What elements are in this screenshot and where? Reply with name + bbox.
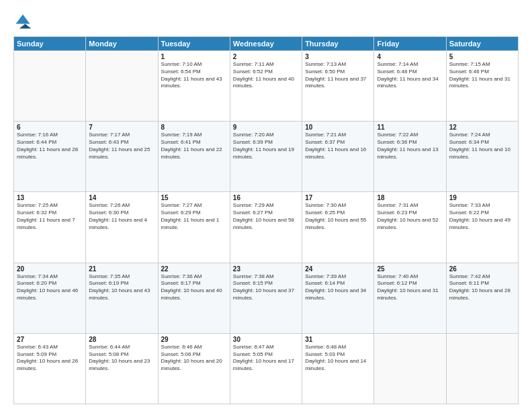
day-info: Sunrise: 7:24 AM Sunset: 6:34 PM Dayligh… xyxy=(449,132,515,161)
day-cell: 29Sunrise: 6:46 AM Sunset: 5:06 PM Dayli… xyxy=(158,333,230,404)
calendar-header: SundayMondayTuesdayWednesdayThursdayFrid… xyxy=(14,37,519,51)
day-number: 23 xyxy=(233,265,299,273)
week-row-0: 1Sunrise: 7:10 AM Sunset: 6:54 PM Daylig… xyxy=(14,51,519,122)
day-number: 30 xyxy=(233,336,299,343)
weekday-monday: Monday xyxy=(86,37,158,51)
day-info: Sunrise: 7:20 AM Sunset: 6:39 PM Dayligh… xyxy=(233,132,299,161)
day-cell: 11Sunrise: 7:22 AM Sunset: 6:36 PM Dayli… xyxy=(374,122,446,192)
day-number: 25 xyxy=(377,265,443,273)
day-number: 22 xyxy=(161,265,227,273)
day-info: Sunrise: 6:43 AM Sunset: 5:09 PM Dayligh… xyxy=(17,344,83,373)
day-cell: 6Sunrise: 7:16 AM Sunset: 6:44 PM Daylig… xyxy=(14,122,86,192)
day-info: Sunrise: 7:19 AM Sunset: 6:41 PM Dayligh… xyxy=(161,132,227,161)
day-cell: 14Sunrise: 7:26 AM Sunset: 6:30 PM Dayli… xyxy=(86,192,158,263)
day-cell: 3Sunrise: 7:13 AM Sunset: 6:50 PM Daylig… xyxy=(302,51,374,122)
day-number: 27 xyxy=(17,336,83,343)
day-cell: 27Sunrise: 6:43 AM Sunset: 5:09 PM Dayli… xyxy=(14,333,86,404)
day-cell: 7Sunrise: 7:17 AM Sunset: 6:43 PM Daylig… xyxy=(86,122,158,192)
day-cell: 25Sunrise: 7:40 AM Sunset: 6:12 PM Dayli… xyxy=(374,263,446,333)
day-info: Sunrise: 7:22 AM Sunset: 6:36 PM Dayligh… xyxy=(377,132,443,161)
week-row-2: 13Sunrise: 7:25 AM Sunset: 6:32 PM Dayli… xyxy=(14,192,519,263)
day-cell: 13Sunrise: 7:25 AM Sunset: 6:32 PM Dayli… xyxy=(14,192,86,263)
day-info: Sunrise: 6:47 AM Sunset: 5:05 PM Dayligh… xyxy=(233,344,299,373)
week-row-3: 20Sunrise: 7:34 AM Sunset: 6:20 PM Dayli… xyxy=(14,263,519,333)
day-info: Sunrise: 7:11 AM Sunset: 6:52 PM Dayligh… xyxy=(233,61,299,90)
day-info: Sunrise: 7:42 AM Sunset: 6:11 PM Dayligh… xyxy=(449,273,515,302)
logo-icon xyxy=(13,12,32,31)
day-cell: 2Sunrise: 7:11 AM Sunset: 6:52 PM Daylig… xyxy=(230,51,302,122)
day-number: 24 xyxy=(305,265,371,273)
day-info: Sunrise: 7:26 AM Sunset: 6:30 PM Dayligh… xyxy=(89,202,154,231)
day-cell: 4Sunrise: 7:14 AM Sunset: 6:48 PM Daylig… xyxy=(374,51,446,122)
day-number: 19 xyxy=(449,194,515,201)
day-number: 17 xyxy=(305,194,371,201)
day-cell: 22Sunrise: 7:36 AM Sunset: 6:17 PM Dayli… xyxy=(158,263,230,333)
day-cell: 16Sunrise: 7:29 AM Sunset: 6:27 PM Dayli… xyxy=(230,192,302,263)
day-number: 26 xyxy=(449,265,515,273)
day-info: Sunrise: 7:40 AM Sunset: 6:12 PM Dayligh… xyxy=(377,273,443,302)
day-number: 16 xyxy=(233,194,299,201)
day-number: 5 xyxy=(449,53,515,60)
day-cell: 28Sunrise: 6:44 AM Sunset: 5:08 PM Dayli… xyxy=(86,333,158,404)
day-number: 2 xyxy=(233,53,299,60)
day-info: Sunrise: 7:27 AM Sunset: 6:29 PM Dayligh… xyxy=(161,202,227,231)
day-info: Sunrise: 7:15 AM Sunset: 6:46 PM Dayligh… xyxy=(449,61,515,90)
day-cell: 21Sunrise: 7:35 AM Sunset: 6:19 PM Dayli… xyxy=(86,263,158,333)
day-number: 21 xyxy=(89,265,154,273)
day-number: 15 xyxy=(161,194,227,201)
day-cell xyxy=(14,51,86,122)
day-info: Sunrise: 7:33 AM Sunset: 6:22 PM Dayligh… xyxy=(449,202,515,231)
day-cell xyxy=(374,333,446,404)
day-info: Sunrise: 7:36 AM Sunset: 6:17 PM Dayligh… xyxy=(161,273,227,302)
day-number: 11 xyxy=(377,124,443,131)
day-info: Sunrise: 7:17 AM Sunset: 6:43 PM Dayligh… xyxy=(89,132,154,161)
day-number: 31 xyxy=(305,336,371,343)
day-cell: 1Sunrise: 7:10 AM Sunset: 6:54 PM Daylig… xyxy=(158,51,230,122)
day-number: 9 xyxy=(233,124,299,131)
svg-marker-0 xyxy=(16,15,30,24)
day-number: 20 xyxy=(17,265,83,273)
week-row-4: 27Sunrise: 6:43 AM Sunset: 5:09 PM Dayli… xyxy=(14,333,519,404)
day-info: Sunrise: 7:34 AM Sunset: 6:20 PM Dayligh… xyxy=(17,273,83,302)
day-cell: 17Sunrise: 7:30 AM Sunset: 6:25 PM Dayli… xyxy=(302,192,374,263)
day-cell: 24Sunrise: 7:39 AM Sunset: 6:14 PM Dayli… xyxy=(302,263,374,333)
weekday-sunday: Sunday xyxy=(14,37,86,51)
day-cell: 12Sunrise: 7:24 AM Sunset: 6:34 PM Dayli… xyxy=(446,122,518,192)
day-number: 13 xyxy=(17,194,83,201)
weekday-row: SundayMondayTuesdayWednesdayThursdayFrid… xyxy=(14,37,519,51)
day-cell: 19Sunrise: 7:33 AM Sunset: 6:22 PM Dayli… xyxy=(446,192,518,263)
day-cell: 9Sunrise: 7:20 AM Sunset: 6:39 PM Daylig… xyxy=(230,122,302,192)
day-number: 1 xyxy=(161,53,227,60)
day-cell: 15Sunrise: 7:27 AM Sunset: 6:29 PM Dayli… xyxy=(158,192,230,263)
weekday-wednesday: Wednesday xyxy=(230,37,302,51)
day-info: Sunrise: 7:21 AM Sunset: 6:37 PM Dayligh… xyxy=(305,132,371,161)
day-info: Sunrise: 7:30 AM Sunset: 6:25 PM Dayligh… xyxy=(305,202,371,231)
day-number: 4 xyxy=(377,53,443,60)
week-row-1: 6Sunrise: 7:16 AM Sunset: 6:44 PM Daylig… xyxy=(14,122,519,192)
day-info: Sunrise: 7:31 AM Sunset: 6:23 PM Dayligh… xyxy=(377,202,443,231)
day-number: 14 xyxy=(89,194,154,201)
day-cell: 18Sunrise: 7:31 AM Sunset: 6:23 PM Dayli… xyxy=(374,192,446,263)
day-info: Sunrise: 7:29 AM Sunset: 6:27 PM Dayligh… xyxy=(233,202,299,231)
day-cell: 23Sunrise: 7:38 AM Sunset: 6:15 PM Dayli… xyxy=(230,263,302,333)
day-number: 10 xyxy=(305,124,371,131)
day-cell: 20Sunrise: 7:34 AM Sunset: 6:20 PM Dayli… xyxy=(14,263,86,333)
day-cell: 31Sunrise: 6:48 AM Sunset: 5:03 PM Dayli… xyxy=(302,333,374,404)
day-info: Sunrise: 6:48 AM Sunset: 5:03 PM Dayligh… xyxy=(305,344,371,373)
day-cell: 30Sunrise: 6:47 AM Sunset: 5:05 PM Dayli… xyxy=(230,333,302,404)
day-info: Sunrise: 6:44 AM Sunset: 5:08 PM Dayligh… xyxy=(89,344,154,373)
day-number: 12 xyxy=(449,124,515,131)
day-info: Sunrise: 6:46 AM Sunset: 5:06 PM Dayligh… xyxy=(161,344,227,373)
day-info: Sunrise: 7:39 AM Sunset: 6:14 PM Dayligh… xyxy=(305,273,371,302)
day-info: Sunrise: 7:13 AM Sunset: 6:50 PM Dayligh… xyxy=(305,61,371,90)
day-info: Sunrise: 7:35 AM Sunset: 6:19 PM Dayligh… xyxy=(89,273,154,302)
day-cell: 5Sunrise: 7:15 AM Sunset: 6:46 PM Daylig… xyxy=(446,51,518,122)
day-cell xyxy=(446,333,518,404)
day-number: 8 xyxy=(161,124,227,131)
header xyxy=(13,12,519,31)
day-cell: 8Sunrise: 7:19 AM Sunset: 6:41 PM Daylig… xyxy=(158,122,230,192)
day-cell xyxy=(86,51,158,122)
day-number: 18 xyxy=(377,194,443,201)
day-number: 29 xyxy=(161,336,227,343)
weekday-tuesday: Tuesday xyxy=(158,37,230,51)
